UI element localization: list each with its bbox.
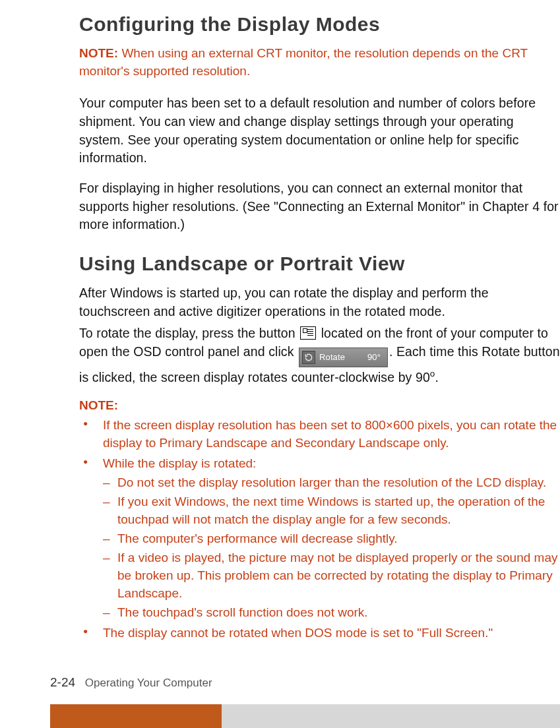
rotate-button-degrees: 90°: [367, 351, 381, 363]
chapter-title: Operating Your Computer: [85, 677, 212, 689]
osd-button-icon: [300, 326, 316, 340]
note-item-rotated-text: While the display is rotated:: [103, 456, 256, 470]
heading-landscape-portrait: Using Landscape or Portrait View: [79, 253, 560, 275]
sub-item-video: If a video is played, the picture may no…: [103, 549, 560, 603]
para-default-resolution: Your computer has been set to a default …: [79, 94, 560, 167]
note-crt: NOTE: When using an external CRT monitor…: [79, 45, 560, 80]
footer: 2-24 Operating Your Computer: [0, 675, 560, 728]
bar-white: [0, 704, 50, 728]
sub-item-exit-windows: If you exit Windows, the next time Windo…: [103, 493, 560, 529]
note-sublist: Do not set the display resolution larger…: [103, 474, 560, 622]
note-item-dos: The display cannot be rotated when DOS m…: [79, 624, 560, 642]
para-higher-resolutions: For displaying in higher resolutions, yo…: [79, 179, 560, 234]
para-after-windows: After Windows is started up, you can rot…: [79, 284, 560, 320]
rotate-button: Rotate 90°: [299, 348, 388, 367]
para-rotate-instructions: To rotate the display, press the button …: [79, 324, 560, 386]
note-list: If the screen display resolution has bee…: [79, 417, 560, 642]
footer-bars: [0, 704, 560, 728]
page-footer-text: 2-24 Operating Your Computer: [0, 675, 560, 690]
rotate-text-post2: .: [435, 370, 439, 384]
sub-item-performance: The computer's performance will decrease…: [103, 530, 560, 548]
note-label: NOTE:: [79, 46, 118, 60]
bar-orange: [50, 704, 222, 728]
note-item-rotated: While the display is rotated: Do not set…: [79, 455, 560, 622]
note-text: When using an external CRT monitor, the …: [79, 46, 528, 78]
degree-superscript: o: [430, 369, 435, 379]
page: Configuring the Display Modes NOTE: When…: [0, 0, 560, 728]
sub-item-resolution-limit: Do not set the display resolution larger…: [103, 474, 560, 492]
heading-configuring: Configuring the Display Modes: [79, 13, 560, 36]
sub-item-touchpad-scroll: The touchpad's scroll function does not …: [103, 604, 560, 622]
rotate-button-label: Rotate: [319, 351, 345, 363]
note-item-resolution: If the screen display resolution has bee…: [79, 417, 560, 452]
content-area: Configuring the Display Modes NOTE: When…: [0, 13, 560, 642]
bar-gray: [222, 704, 560, 728]
note-block-label: NOTE:: [79, 398, 560, 413]
page-number: 2-24: [50, 675, 75, 689]
rotate-icon: [302, 351, 315, 364]
rotate-text-pre: To rotate the display, press the button: [79, 326, 299, 340]
